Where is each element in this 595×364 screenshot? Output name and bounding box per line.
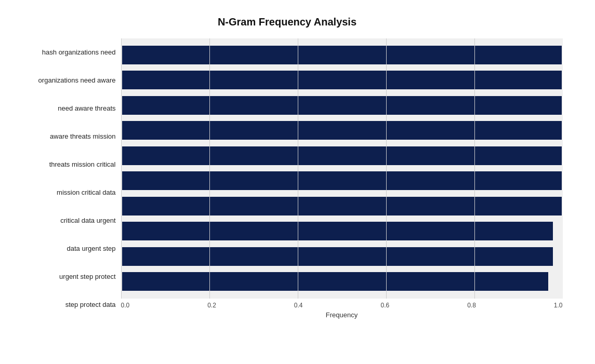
x-tick: 0.2: [207, 302, 216, 309]
bar: [122, 171, 562, 190]
bar-row: [121, 70, 563, 90]
bar-row: [121, 145, 563, 166]
x-tick: 0.0: [121, 302, 130, 309]
x-tick: 1.0: [554, 302, 563, 309]
x-tick: 0.6: [380, 302, 389, 309]
bar-row: [121, 120, 563, 141]
y-label: urgent step protect: [59, 273, 115, 280]
y-label: hash organizations need: [42, 49, 116, 56]
bar-row: [121, 95, 563, 116]
bar: [122, 197, 562, 215]
bar: [122, 222, 553, 240]
y-label: need aware threats: [58, 105, 115, 112]
chart-container: N-Gram Frequency Analysis hash organizat…: [12, 6, 584, 359]
bar: [122, 71, 562, 89]
y-axis-labels: hash organizations needorganizations nee…: [12, 38, 121, 319]
bars-and-xaxis: 0.00.20.40.60.81.0 Frequency: [121, 38, 563, 319]
bar-row: [121, 221, 563, 241]
y-label: organizations need aware: [38, 77, 116, 84]
bar: [122, 272, 549, 291]
y-label: step protect data: [65, 301, 116, 308]
bar: [122, 247, 553, 266]
x-tick: 0.4: [294, 302, 303, 309]
bar-row: [121, 246, 563, 267]
bar: [122, 146, 562, 165]
bar-row: [121, 45, 563, 65]
chart-area: hash organizations needorganizations nee…: [12, 38, 563, 319]
bar: [122, 46, 562, 64]
x-axis: 0.00.20.40.60.81.0: [121, 299, 563, 309]
y-label: critical data urgent: [60, 217, 115, 224]
chart-title: N-Gram Frequency Analysis: [12, 16, 563, 28]
y-label: mission critical data: [57, 189, 115, 196]
x-axis-label: Frequency: [121, 311, 563, 319]
bar-row: [121, 271, 563, 292]
bars-section: [121, 38, 563, 299]
bar-row: [121, 196, 563, 217]
bar: [122, 96, 562, 115]
bar-row: [121, 170, 563, 191]
y-label: aware threats mission: [50, 133, 115, 140]
y-label: data urgent step: [67, 245, 116, 252]
y-label: threats mission critical: [49, 161, 116, 168]
bar: [122, 121, 562, 140]
x-tick: 0.8: [467, 302, 476, 309]
